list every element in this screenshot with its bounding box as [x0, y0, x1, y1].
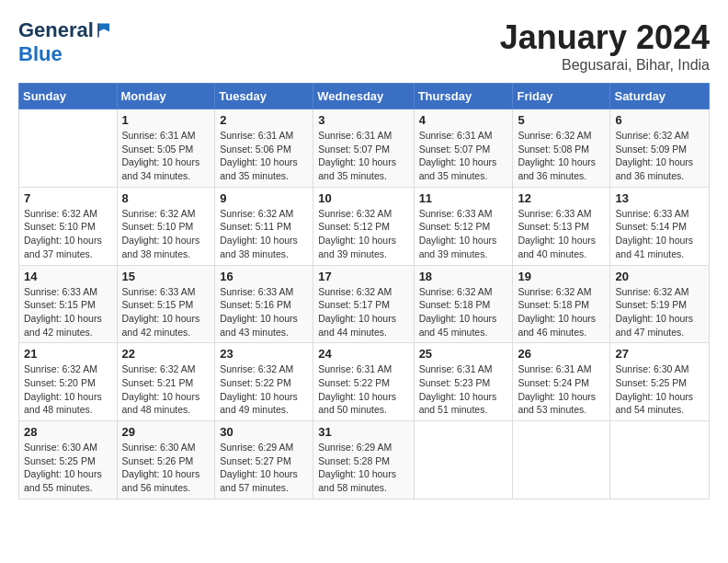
calendar-cell: 10Sunrise: 6:32 AM Sunset: 5:12 PM Dayli…	[313, 187, 414, 265]
calendar-cell: 21Sunrise: 6:32 AM Sunset: 5:20 PM Dayli…	[19, 343, 118, 421]
logo-flag-icon	[96, 22, 112, 39]
logo-general: General	[18, 18, 94, 42]
day-info: Sunrise: 6:32 AM Sunset: 5:18 PM Dayligh…	[518, 285, 605, 339]
day-number: 21	[24, 347, 112, 361]
day-info: Sunrise: 6:32 AM Sunset: 5:20 PM Dayligh…	[24, 362, 112, 417]
day-info: Sunrise: 6:32 AM Sunset: 5:18 PM Dayligh…	[419, 285, 508, 339]
svg-rect-1	[97, 24, 99, 38]
day-info: Sunrise: 6:31 AM Sunset: 5:06 PM Dayligh…	[220, 129, 308, 183]
weekday-header: Sunday	[19, 84, 118, 109]
day-number: 9	[220, 191, 308, 205]
day-number: 19	[518, 270, 605, 283]
calendar-cell: 6Sunrise: 6:32 AM Sunset: 5:09 PM Daylig…	[610, 109, 710, 188]
calendar-cell	[610, 421, 710, 500]
calendar-week-row: 14Sunrise: 6:33 AM Sunset: 5:15 PM Dayli…	[19, 265, 710, 343]
day-info: Sunrise: 6:30 AM Sunset: 5:25 PM Dayligh…	[615, 362, 704, 417]
calendar-cell: 23Sunrise: 6:32 AM Sunset: 5:22 PM Dayli…	[215, 343, 313, 421]
day-info: Sunrise: 6:32 AM Sunset: 5:21 PM Dayligh…	[122, 362, 210, 417]
day-info: Sunrise: 6:32 AM Sunset: 5:19 PM Dayligh…	[615, 285, 704, 339]
day-number: 12	[518, 191, 605, 205]
day-info: Sunrise: 6:32 AM Sunset: 5:17 PM Dayligh…	[318, 285, 408, 339]
day-info: Sunrise: 6:32 AM Sunset: 5:08 PM Dayligh…	[518, 129, 605, 183]
day-info: Sunrise: 6:33 AM Sunset: 5:15 PM Dayligh…	[24, 285, 112, 339]
day-info: Sunrise: 6:33 AM Sunset: 5:15 PM Dayligh…	[122, 285, 210, 339]
day-info: Sunrise: 6:29 AM Sunset: 5:27 PM Dayligh…	[220, 441, 308, 495]
weekday-header: Monday	[117, 84, 215, 109]
logo-blue: Blue	[18, 42, 63, 65]
calendar-week-row: 7Sunrise: 6:32 AM Sunset: 5:10 PM Daylig…	[19, 187, 710, 265]
calendar-cell: 8Sunrise: 6:32 AM Sunset: 5:10 PM Daylig…	[117, 187, 215, 265]
day-number: 4	[419, 113, 508, 127]
day-number: 11	[419, 191, 508, 205]
day-info: Sunrise: 6:31 AM Sunset: 5:24 PM Dayligh…	[518, 362, 605, 417]
day-info: Sunrise: 6:32 AM Sunset: 5:22 PM Dayligh…	[220, 362, 308, 417]
title-area: January 2024 Begusarai, Bihar, India	[500, 18, 710, 74]
calendar-subtitle: Begusarai, Bihar, India	[500, 57, 710, 74]
calendar-cell	[414, 421, 513, 500]
calendar-cell: 26Sunrise: 6:31 AM Sunset: 5:24 PM Dayli…	[513, 343, 610, 421]
weekday-header-row: SundayMondayTuesdayWednesdayThursdayFrid…	[19, 84, 710, 109]
day-number: 31	[318, 425, 408, 439]
day-info: Sunrise: 6:31 AM Sunset: 5:07 PM Dayligh…	[419, 129, 508, 183]
calendar-cell	[19, 109, 118, 188]
day-number: 15	[122, 270, 210, 283]
calendar-cell: 19Sunrise: 6:32 AM Sunset: 5:18 PM Dayli…	[513, 265, 610, 343]
svg-marker-0	[98, 24, 109, 32]
day-info: Sunrise: 6:30 AM Sunset: 5:25 PM Dayligh…	[24, 441, 112, 495]
calendar-cell: 11Sunrise: 6:33 AM Sunset: 5:12 PM Dayli…	[414, 187, 513, 265]
calendar-cell: 24Sunrise: 6:31 AM Sunset: 5:22 PM Dayli…	[313, 343, 414, 421]
day-info: Sunrise: 6:31 AM Sunset: 5:23 PM Dayligh…	[419, 362, 508, 417]
calendar-cell: 17Sunrise: 6:32 AM Sunset: 5:17 PM Dayli…	[313, 265, 414, 343]
calendar-cell: 27Sunrise: 6:30 AM Sunset: 5:25 PM Dayli…	[610, 343, 710, 421]
page-header: General Blue January 2024 Begusarai, Bih…	[18, 18, 710, 74]
calendar-cell: 13Sunrise: 6:33 AM Sunset: 5:14 PM Dayli…	[610, 187, 710, 265]
calendar-cell: 1Sunrise: 6:31 AM Sunset: 5:05 PM Daylig…	[117, 109, 215, 188]
day-info: Sunrise: 6:32 AM Sunset: 5:10 PM Dayligh…	[24, 207, 112, 261]
calendar-cell: 14Sunrise: 6:33 AM Sunset: 5:15 PM Dayli…	[19, 265, 118, 343]
day-info: Sunrise: 6:29 AM Sunset: 5:28 PM Dayligh…	[318, 441, 408, 495]
calendar-week-row: 1Sunrise: 6:31 AM Sunset: 5:05 PM Daylig…	[19, 109, 710, 188]
calendar-cell: 18Sunrise: 6:32 AM Sunset: 5:18 PM Dayli…	[414, 265, 513, 343]
weekday-header: Friday	[513, 84, 610, 109]
calendar-cell: 4Sunrise: 6:31 AM Sunset: 5:07 PM Daylig…	[414, 109, 513, 188]
day-number: 6	[615, 113, 704, 127]
weekday-header: Wednesday	[313, 84, 414, 109]
calendar-cell: 5Sunrise: 6:32 AM Sunset: 5:08 PM Daylig…	[513, 109, 610, 188]
day-info: Sunrise: 6:33 AM Sunset: 5:14 PM Dayligh…	[615, 207, 704, 261]
calendar-title: January 2024	[500, 18, 710, 57]
day-number: 3	[318, 113, 408, 127]
calendar-cell: 7Sunrise: 6:32 AM Sunset: 5:10 PM Daylig…	[19, 187, 118, 265]
calendar-cell: 20Sunrise: 6:32 AM Sunset: 5:19 PM Dayli…	[610, 265, 710, 343]
day-number: 25	[419, 347, 508, 361]
calendar-cell: 29Sunrise: 6:30 AM Sunset: 5:26 PM Dayli…	[117, 421, 215, 500]
calendar-cell: 15Sunrise: 6:33 AM Sunset: 5:15 PM Dayli…	[117, 265, 215, 343]
day-info: Sunrise: 6:31 AM Sunset: 5:07 PM Dayligh…	[318, 129, 408, 183]
day-number: 24	[318, 347, 408, 361]
calendar-cell: 16Sunrise: 6:33 AM Sunset: 5:16 PM Dayli…	[215, 265, 313, 343]
day-info: Sunrise: 6:31 AM Sunset: 5:05 PM Dayligh…	[122, 129, 210, 183]
day-number: 10	[318, 191, 408, 205]
day-info: Sunrise: 6:32 AM Sunset: 5:09 PM Dayligh…	[615, 129, 704, 183]
day-number: 8	[122, 191, 210, 205]
day-number: 18	[419, 270, 508, 283]
day-info: Sunrise: 6:32 AM Sunset: 5:10 PM Dayligh…	[122, 207, 210, 261]
day-number: 1	[122, 113, 210, 127]
day-number: 13	[615, 191, 704, 205]
day-number: 29	[122, 425, 210, 439]
calendar-cell: 3Sunrise: 6:31 AM Sunset: 5:07 PM Daylig…	[313, 109, 414, 188]
day-number: 14	[24, 270, 112, 283]
calendar-cell: 31Sunrise: 6:29 AM Sunset: 5:28 PM Dayli…	[313, 421, 414, 500]
day-number: 5	[518, 113, 605, 127]
day-number: 23	[220, 347, 308, 361]
day-info: Sunrise: 6:32 AM Sunset: 5:11 PM Dayligh…	[220, 207, 308, 261]
day-number: 22	[122, 347, 210, 361]
calendar-cell: 28Sunrise: 6:30 AM Sunset: 5:25 PM Dayli…	[19, 421, 118, 500]
calendar-cell: 12Sunrise: 6:33 AM Sunset: 5:13 PM Dayli…	[513, 187, 610, 265]
calendar-cell: 2Sunrise: 6:31 AM Sunset: 5:06 PM Daylig…	[215, 109, 313, 188]
day-info: Sunrise: 6:30 AM Sunset: 5:26 PM Dayligh…	[122, 441, 210, 495]
calendar-cell: 25Sunrise: 6:31 AM Sunset: 5:23 PM Dayli…	[414, 343, 513, 421]
logo: General Blue	[18, 18, 112, 66]
calendar-cell: 30Sunrise: 6:29 AM Sunset: 5:27 PM Dayli…	[215, 421, 313, 500]
calendar-cell	[513, 421, 610, 500]
calendar-cell: 9Sunrise: 6:32 AM Sunset: 5:11 PM Daylig…	[215, 187, 313, 265]
